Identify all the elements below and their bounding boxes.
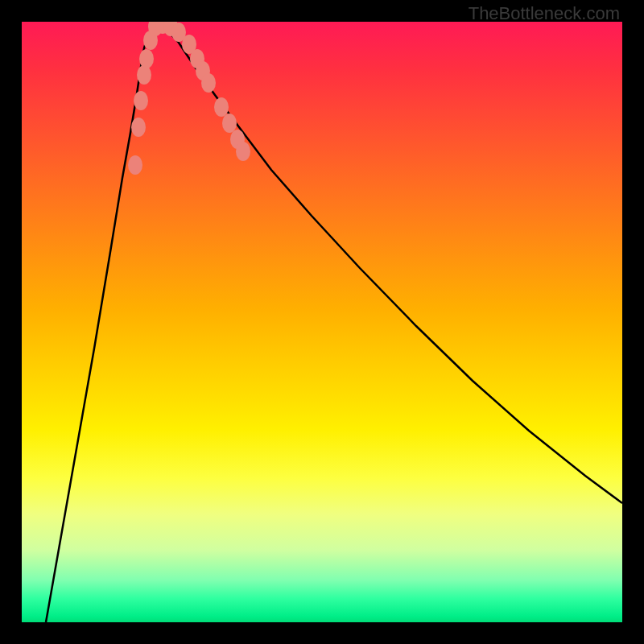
data-marker <box>201 73 216 93</box>
data-marker <box>128 155 142 175</box>
data-marker <box>222 114 237 133</box>
data-marker <box>236 142 250 161</box>
data-markers <box>128 22 250 175</box>
data-marker <box>134 91 148 110</box>
data-marker <box>214 97 229 117</box>
data-marker <box>139 49 154 68</box>
data-marker <box>131 118 146 137</box>
data-marker <box>137 65 151 85</box>
right-curve <box>159 23 622 503</box>
chart-svg <box>22 22 622 622</box>
curves <box>46 23 622 622</box>
chart-container: TheBottleneck.com <box>0 0 644 644</box>
left-curve <box>46 23 159 622</box>
